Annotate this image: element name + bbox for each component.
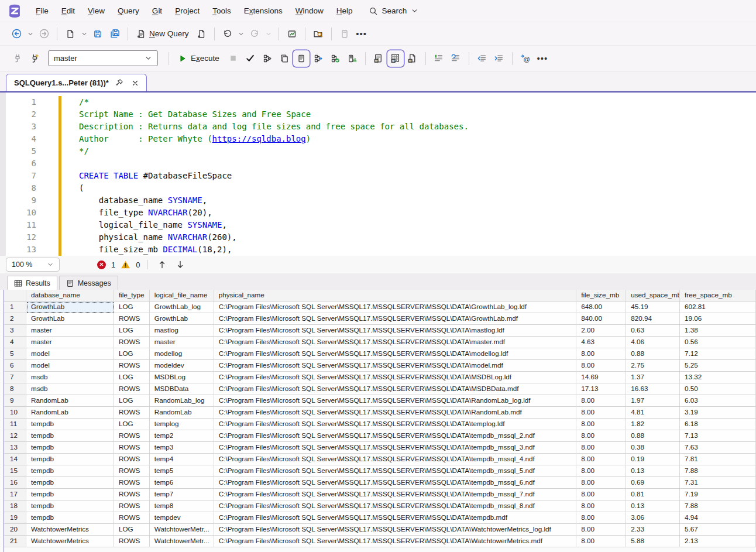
grid-cell[interactable]: C:\Program Files\Microsoft SQL Server\MS… <box>214 348 576 360</box>
uncomment-button[interactable] <box>448 50 464 67</box>
grid-cell[interactable]: ROWS <box>114 536 150 547</box>
menu-tools[interactable]: Tools <box>206 6 238 15</box>
grid-cell[interactable]: 7.88 <box>680 465 756 477</box>
execute-button[interactable]: Execute <box>174 50 225 67</box>
grid-cell[interactable]: 4.94 <box>680 512 756 524</box>
grid-row-number[interactable]: 13 <box>4 442 26 454</box>
results-to-text-button[interactable]: 01 <box>370 50 387 67</box>
grid-cell[interactable]: 0.13 <box>626 465 680 477</box>
grid-cell[interactable]: GrowthLab <box>26 301 114 313</box>
grid-cell[interactable]: 8.00 <box>576 419 626 430</box>
grid-row-number[interactable]: 19 <box>4 512 26 524</box>
grid-cell[interactable]: 17.13 <box>576 383 626 395</box>
grid-cell[interactable]: temp6 <box>150 477 214 489</box>
grid-cell[interactable]: 8.00 <box>576 395 626 407</box>
grid-cell[interactable]: mastlog <box>150 325 214 337</box>
grid-cell[interactable]: tempdb <box>26 489 114 500</box>
code-line[interactable]: /* <box>79 96 756 108</box>
grid-cell[interactable]: C:\Program Files\Microsoft SQL Server\MS… <box>214 489 576 500</box>
grid-cell[interactable]: 8.00 <box>576 536 626 547</box>
breakpoint-margin[interactable] <box>0 92 6 256</box>
grid-column-header[interactable]: file_size_mb <box>576 290 626 301</box>
grid-cell[interactable]: ROWS <box>114 489 150 500</box>
grid-cell[interactable]: C:\Program Files\Microsoft SQL Server\MS… <box>214 465 576 477</box>
increase-indent-button[interactable] <box>491 50 507 67</box>
grid-cell[interactable]: modellog <box>150 348 214 360</box>
grid-cell[interactable]: 8.00 <box>576 512 626 524</box>
grid-cell[interactable]: 5.67 <box>680 524 756 536</box>
grid-cell[interactable]: tempdb <box>26 512 114 524</box>
grid-cell[interactable]: 8.00 <box>576 360 626 372</box>
grid-cell[interactable]: C:\Program Files\Microsoft SQL Server\MS… <box>214 500 576 512</box>
grid-cell[interactable]: 0.88 <box>626 430 680 442</box>
grid-cell[interactable]: tempdb <box>26 419 114 430</box>
code-line[interactable]: Script Name : Get Database Sizes and Fre… <box>79 108 756 121</box>
grid-row-number[interactable]: 11 <box>4 419 26 430</box>
toolbar-overflow-button[interactable]: ••• <box>534 50 551 67</box>
grid-row-number[interactable]: 17 <box>4 489 26 500</box>
save-button[interactable] <box>90 26 106 42</box>
navigate-back-history-chevron[interactable] <box>25 26 35 42</box>
grid-cell[interactable]: 13.32 <box>680 372 756 383</box>
execution-plan-button[interactable] <box>284 26 300 42</box>
grid-cell[interactable]: ROWS <box>114 512 150 524</box>
grid-cell[interactable]: 2.33 <box>626 524 680 536</box>
menu-window[interactable]: Window <box>289 6 330 15</box>
grid-cell[interactable]: 7.13 <box>680 430 756 442</box>
navigate-back-button[interactable] <box>8 26 25 42</box>
grid-row-number[interactable]: 18 <box>4 500 26 512</box>
grid-cell[interactable]: WatchtowerMetrics <box>26 536 114 547</box>
previous-issue-button[interactable] <box>156 258 169 271</box>
grid-row-number[interactable]: 1 <box>4 301 26 313</box>
grid-cell[interactable]: master <box>26 337 114 348</box>
grid-cell[interactable]: LOG <box>114 419 150 430</box>
grid-row-number[interactable]: 16 <box>4 477 26 489</box>
grid-cell[interactable]: C:\Program Files\Microsoft SQL Server\MS… <box>214 395 576 407</box>
grid-cell[interactable]: 8.00 <box>576 407 626 419</box>
grid-cell[interactable]: 5.88 <box>626 536 680 547</box>
grid-cell[interactable]: 19.06 <box>680 313 756 325</box>
grid-cell[interactable]: 0.88 <box>626 348 680 360</box>
grid-cell[interactable]: C:\Program Files\Microsoft SQL Server\MS… <box>214 360 576 372</box>
grid-cell[interactable]: MSDBLog <box>150 372 214 383</box>
grid-cell[interactable]: 8.00 <box>576 489 626 500</box>
code-line[interactable]: database_name SYSNAME, <box>79 194 756 207</box>
menu-view[interactable]: View <box>81 6 111 15</box>
grid-cell[interactable]: RandomLab <box>26 407 114 419</box>
grid-cell[interactable]: 0.56 <box>680 337 756 348</box>
new-query-button[interactable]: New Query <box>133 26 193 42</box>
grid-cell[interactable]: 3.06 <box>626 512 680 524</box>
grid-row-number[interactable]: 20 <box>4 524 26 536</box>
menu-git[interactable]: Git <box>146 6 169 15</box>
toolbar-overflow-button[interactable]: ••• <box>353 26 370 42</box>
grid-cell[interactable]: C:\Program Files\Microsoft SQL Server\MS… <box>214 383 576 395</box>
grid-column-header[interactable]: physical_name <box>214 290 576 301</box>
grid-cell[interactable]: GrowthLab_log <box>150 301 214 313</box>
grid-cell[interactable]: tempdb <box>26 442 114 454</box>
grid-cell[interactable]: 6.18 <box>680 419 756 430</box>
connect-button[interactable] <box>9 50 26 67</box>
grid-cell[interactable]: GrowthLab <box>150 313 214 325</box>
grid-cell[interactable]: WatchtowerMetr... <box>150 536 214 547</box>
grid-row-number[interactable]: 4 <box>4 337 26 348</box>
code-line[interactable]: Description : Returns data and log file … <box>79 121 756 133</box>
grid-row-number[interactable]: 7 <box>4 372 26 383</box>
grid-cell[interactable]: ROWS <box>114 360 150 372</box>
grid-cell[interactable]: LOG <box>114 524 150 536</box>
grid-cell[interactable]: C:\Program Files\Microsoft SQL Server\MS… <box>214 407 576 419</box>
grid-cell[interactable]: 2.00 <box>576 325 626 337</box>
grid-cell[interactable]: msdb <box>26 383 114 395</box>
grid-cell[interactable]: WatchtowerMetrics <box>26 524 114 536</box>
code-line[interactable]: CREATE TABLE #DatabaseFileSpace <box>79 170 756 182</box>
grid-cell[interactable]: LOG <box>114 395 150 407</box>
grid-cell[interactable]: tempdb <box>26 465 114 477</box>
new-file-button[interactable] <box>62 26 78 42</box>
results-to-grid-button[interactable]: 01 <box>387 50 404 67</box>
menu-project[interactable]: Project <box>169 6 206 15</box>
menu-file[interactable]: File <box>29 6 55 15</box>
grid-cell[interactable]: 6.03 <box>680 395 756 407</box>
grid-cell[interactable]: GrowthLab <box>26 313 114 325</box>
grid-cell[interactable]: C:\Program Files\Microsoft SQL Server\MS… <box>214 325 576 337</box>
grid-cell[interactable]: temp5 <box>150 465 214 477</box>
tab-messages[interactable]: Messages <box>59 276 118 290</box>
